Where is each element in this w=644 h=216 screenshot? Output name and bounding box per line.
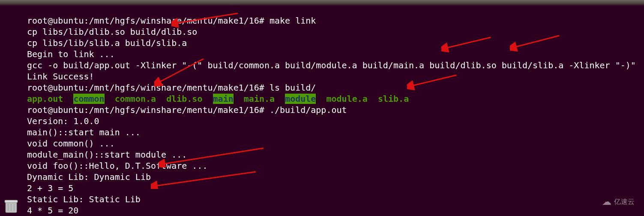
output-version: Version: 1.0.0 [27, 116, 99, 126]
ls-slib-a: slib.a [378, 94, 409, 104]
prompt-line-3: root@ubuntu:/mnt/hgfs/winshare/mentu/mak… [27, 105, 347, 115]
output-sum: 2 + 3 = 5 [27, 183, 73, 193]
output-cp-slib: cp libs/lib/slib.a build/slib.a [27, 38, 187, 48]
output-static-lib: Static Lib: Static Lib [27, 194, 141, 204]
output-product: 4 * 5 = 20 [27, 205, 78, 216]
trash-icon[interactable] [3, 196, 20, 213]
output-gcc: gcc -o build/app.out -Xlinker "-(" build… [27, 60, 636, 70]
ls-dlib-so: dlib.so [166, 94, 202, 104]
terminal-output[interactable]: root@ubuntu:/mnt/hgfs/winshare/mentu/mak… [27, 4, 636, 216]
svg-rect-15 [5, 200, 18, 203]
ls-main-dir: main [213, 94, 234, 104]
watermark-text: 亿速云 [614, 198, 635, 207]
output-dynamic-lib: Dynamic Lib: Dynamic Lib [27, 172, 151, 182]
ls-module-a: module.a [326, 94, 368, 104]
ls-output: app.out common common.a dlib.so main mai… [27, 94, 409, 104]
cloud-icon: ☁ [602, 197, 611, 207]
output-cp-dlib: cp libs/lib/dlib.so build/dlib.so [27, 27, 197, 37]
output-main-start: main()::start main ... [27, 127, 141, 137]
ls-main-a: main.a [244, 94, 275, 104]
prompt-line-1: root@ubuntu:/mnt/hgfs/winshare/mentu/mak… [27, 15, 316, 26]
ls-common-a: common.a [115, 94, 156, 104]
ls-app-out: app.out [27, 94, 63, 104]
output-foo: void foo()::Hello, D.T.Software ... [27, 161, 207, 171]
output-common: void common() ... [27, 138, 115, 149]
ls-common-dir: common [73, 94, 104, 104]
watermark: ☁ 亿速云 [602, 197, 635, 207]
output-link-success: Link Success! [27, 71, 94, 82]
ls-module-dir: module [285, 94, 316, 104]
output-begin-link: Begin to link ... [27, 49, 115, 59]
output-module-main: module_main()::start module ... [27, 149, 187, 160]
prompt-line-2: root@ubuntu:/mnt/hgfs/winshare/mentu/mak… [27, 82, 316, 93]
